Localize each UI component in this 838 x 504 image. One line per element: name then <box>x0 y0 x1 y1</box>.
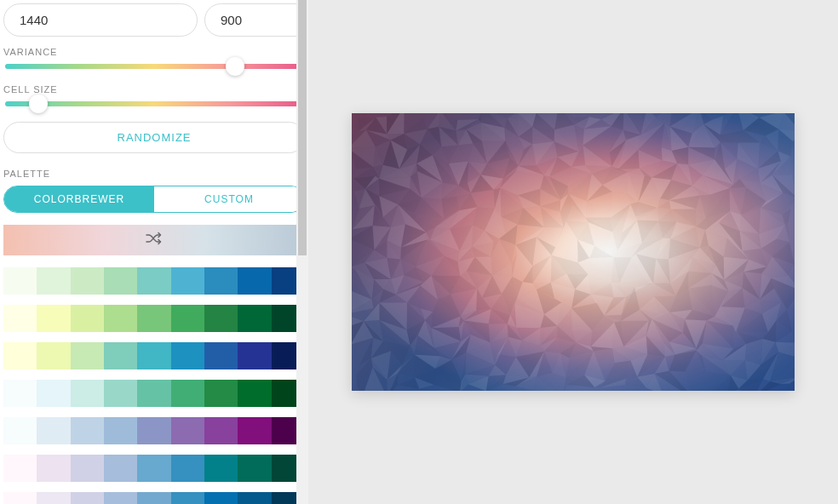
palette-swatch <box>171 342 204 369</box>
palette-swatch <box>137 342 170 369</box>
palette-row[interactable] <box>3 305 305 332</box>
palette-swatch <box>204 380 238 407</box>
palette-swatch <box>171 455 204 482</box>
palette-swatch <box>104 342 137 369</box>
dimensions-row <box>3 3 305 37</box>
scrollbar[interactable] <box>296 0 308 504</box>
palette-swatch <box>71 417 104 444</box>
palette-swatch <box>104 417 137 444</box>
palette-swatch <box>238 417 271 444</box>
palette-row[interactable] <box>3 342 305 369</box>
tab-custom[interactable]: CUSTOM <box>154 186 304 212</box>
palette-swatch <box>37 342 70 369</box>
palette-swatch <box>137 492 170 504</box>
palette-swatch <box>37 492 70 504</box>
palette-swatch <box>71 267 104 295</box>
palette-swatch <box>137 267 170 295</box>
palette-swatch <box>137 305 170 332</box>
palette-swatch <box>37 380 70 407</box>
variance-slider[interactable] <box>5 64 303 69</box>
palette-list <box>3 267 305 504</box>
variance-label: VARIANCE <box>3 47 305 57</box>
palette-swatch <box>238 342 271 369</box>
palette-swatch <box>137 417 170 444</box>
palette-swatch <box>71 380 104 407</box>
palette-swatch <box>3 305 37 332</box>
palette-swatch <box>71 342 104 369</box>
palette-swatch <box>104 455 137 482</box>
cellsize-label: CELL SIZE <box>3 84 305 94</box>
palette-swatch <box>204 492 238 504</box>
palette-row[interactable] <box>3 417 305 444</box>
palette-row[interactable] <box>3 267 305 295</box>
palette-swatch <box>104 305 137 332</box>
palette-swatch <box>238 455 271 482</box>
palette-swatch <box>104 267 137 295</box>
preview-canvas <box>352 113 795 391</box>
palette-swatch <box>204 417 238 444</box>
palette-mode-segmented: COLORBREWER CUSTOM <box>3 186 305 213</box>
cellsize-thumb[interactable] <box>29 94 48 113</box>
palette-swatch <box>71 455 104 482</box>
tab-colorbrewer[interactable]: COLORBREWER <box>4 186 154 212</box>
palette-swatch <box>71 305 104 332</box>
palette-swatch <box>3 455 37 482</box>
scrollbar-thumb[interactable] <box>298 0 307 255</box>
palette-swatch <box>204 342 238 369</box>
sidebar-controls: VARIANCE CELL SIZE RANDOMIZE PALETTE COL… <box>0 0 308 504</box>
palette-swatch <box>104 380 137 407</box>
palette-swatch <box>3 342 37 369</box>
cellsize-slider[interactable] <box>5 101 303 106</box>
shuffle-icon <box>145 232 164 249</box>
palette-swatch <box>171 492 204 504</box>
palette-swatch <box>171 417 204 444</box>
palette-swatch <box>204 455 238 482</box>
palette-row[interactable] <box>3 380 305 407</box>
palette-swatch <box>238 267 271 295</box>
shuffle-palette-button[interactable] <box>3 225 305 255</box>
variance-section: VARIANCE <box>3 47 305 69</box>
palette-swatch <box>137 380 170 407</box>
variance-thumb[interactable] <box>226 57 244 76</box>
palette-swatch <box>238 492 271 504</box>
palette-swatch <box>137 455 170 482</box>
palette-swatch <box>37 455 70 482</box>
palette-swatch <box>204 267 238 295</box>
cellsize-section: CELL SIZE <box>3 84 305 106</box>
palette-swatch <box>171 380 204 407</box>
palette-swatch <box>3 492 37 504</box>
width-input[interactable] <box>3 3 198 37</box>
palette-swatch <box>238 380 271 407</box>
palette-swatch <box>3 380 37 407</box>
palette-swatch <box>104 492 137 504</box>
palette-swatch <box>71 492 104 504</box>
palette-row[interactable] <box>3 455 305 482</box>
palette-label: PALETTE <box>3 169 305 179</box>
randomize-button[interactable]: RANDOMIZE <box>3 122 305 153</box>
palette-swatch <box>3 267 37 295</box>
preview-area <box>308 0 838 504</box>
palette-swatch <box>238 305 271 332</box>
palette-swatch <box>37 267 70 295</box>
palette-swatch <box>171 267 204 295</box>
palette-swatch <box>3 417 37 444</box>
palette-row[interactable] <box>3 492 305 504</box>
palette-swatch <box>37 417 70 444</box>
height-input[interactable] <box>204 3 308 37</box>
palette-swatch <box>204 305 238 332</box>
palette-swatch <box>37 305 70 332</box>
palette-swatch <box>171 305 204 332</box>
